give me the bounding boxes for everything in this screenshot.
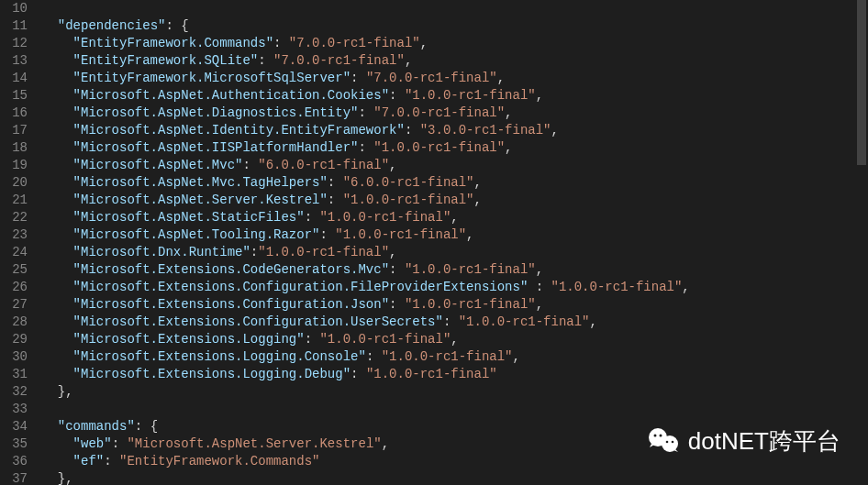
code-line[interactable]: "dependencies": { [42, 17, 868, 35]
code-line[interactable]: "Microsoft.AspNet.Tooling.Razor": "1.0.0… [42, 226, 868, 244]
token-string: "7.0.0-rc1-final" [366, 71, 497, 85]
code-line[interactable]: "EntityFramework.SQLite": "7.0.0-rc1-fin… [42, 52, 868, 70]
token-key: "Microsoft.AspNet.Server.Kestrel" [73, 193, 328, 207]
token-punctuation: , [536, 297, 543, 312]
token-punctuation: , [474, 193, 482, 207]
code-line[interactable]: "Microsoft.Extensions.CodeGenerators.Mvc… [42, 261, 868, 279]
code-line[interactable]: "Microsoft.Extensions.Logging.Console": … [42, 348, 868, 366]
code-line[interactable]: "Microsoft.AspNet.Authentication.Cookies… [42, 87, 868, 105]
svg-point-5 [672, 441, 674, 444]
token-punctuation: : [305, 332, 320, 347]
token-punctuation: , [505, 105, 512, 120]
token-punctuation: : [366, 349, 382, 364]
watermark-text: dotNET跨平台 [688, 433, 840, 450]
code-line[interactable]: "Microsoft.AspNet.StaticFiles": "1.0.0-r… [42, 209, 868, 226]
token-punctuation: : [351, 71, 366, 85]
code-line[interactable]: "Microsoft.Extensions.Configuration.User… [42, 314, 868, 331]
code-line[interactable] [42, 401, 868, 418]
token-key: "Microsoft.Extensions.Logging" [73, 332, 305, 347]
token-key: "dependencies" [58, 18, 166, 33]
code-line[interactable]: "Microsoft.AspNet.Server.Kestrel": "1.0.… [42, 192, 868, 209]
line-number: 22 [7, 209, 28, 226]
line-number: 21 [7, 192, 28, 209]
code-line[interactable]: }, [42, 470, 868, 485]
token-punctuation: , [420, 36, 428, 50]
code-line[interactable]: }, [42, 383, 868, 401]
token-key: "Microsoft.AspNet.StaticFiles" [73, 210, 305, 225]
code-line[interactable]: "Microsoft.AspNet.Mvc": "6.0.0-rc1-final… [42, 157, 868, 174]
token-punctuation: , [474, 175, 482, 190]
token-string: "7.0.0-rc1-final" [373, 105, 505, 120]
token-punctuation: , [536, 262, 543, 277]
token-key: "Microsoft.AspNet.Authentication.Cookies… [73, 88, 389, 103]
code-line[interactable] [42, 0, 868, 17]
token-string: "1.0.0-rc1-final" [319, 332, 451, 347]
token-key: "Microsoft.Extensions.Configuration.User… [73, 314, 443, 329]
token-key: "Microsoft.Extensions.Configuration.Json… [73, 297, 389, 312]
line-gutter: 1011121314151617181920212223242526272829… [0, 0, 39, 485]
token-string: "1.0.0-rc1-final" [382, 349, 513, 364]
token-key: "EntityFramework.SQLite" [73, 53, 259, 68]
token-string: "Microsoft.AspNet.Server.Kestrel" [127, 436, 381, 451]
token-punctuation: : [358, 140, 373, 155]
token-punctuation: : [351, 367, 366, 381]
token-key: "Microsoft.AspNet.Tooling.Razor" [73, 227, 320, 242]
token-punctuation: : [389, 88, 405, 103]
vertical-scrollbar[interactable] [855, 0, 868, 485]
svg-point-4 [666, 441, 669, 444]
token-key: "Microsoft.AspNet.IISPlatformHandler" [73, 140, 359, 155]
token-key: "Microsoft.Extensions.CodeGenerators.Mvc… [73, 262, 389, 277]
wechat-icon [646, 424, 681, 459]
token-punctuation: , [505, 140, 512, 155]
token-punctuation: : [389, 262, 405, 277]
token-string: "1.0.0-rc1-final" [258, 245, 389, 259]
code-line[interactable]: "Microsoft.AspNet.Diagnostics.Entity": "… [42, 105, 868, 122]
code-editor[interactable]: 1011121314151617181920212223242526272829… [0, 0, 868, 485]
token-punctuation: , [590, 314, 597, 329]
line-number: 36 [7, 453, 28, 470]
token-punctuation: , [536, 88, 543, 103]
line-number: 12 [7, 35, 28, 52]
line-number: 31 [7, 366, 28, 383]
code-line[interactable]: "Microsoft.Extensions.Configuration.File… [42, 279, 868, 296]
token-punctuation: , [389, 245, 396, 259]
token-punctuation: : [358, 105, 373, 120]
token-punctuation: }, [58, 471, 73, 485]
code-line[interactable]: "Microsoft.AspNet.Mvc.TagHelpers": "6.0.… [42, 174, 868, 192]
code-line[interactable]: "EntityFramework.MicrosoftSqlServer": "7… [42, 70, 868, 87]
token-string: "3.0.0-rc1-final" [420, 123, 551, 138]
token-key: "Microsoft.AspNet.Mvc" [73, 158, 243, 172]
token-punctuation: : [328, 193, 343, 207]
token-punctuation: : [528, 280, 551, 294]
token-key: "Microsoft.AspNet.Mvc.TagHelpers" [73, 175, 328, 190]
line-number: 30 [7, 348, 28, 366]
svg-point-2 [653, 435, 656, 437]
token-key: "Microsoft.AspNet.Diagnostics.Entity" [73, 105, 359, 120]
token-string: "1.0.0-rc1-final" [405, 297, 536, 312]
code-line[interactable]: "Microsoft.Dnx.Runtime":"1.0.0-rc1-final… [42, 244, 868, 261]
line-number: 17 [7, 122, 28, 139]
token-string: "6.0.0-rc1-final" [343, 175, 474, 190]
token-punctuation: , [389, 158, 396, 172]
code-line[interactable]: "EntityFramework.Commands": "7.0.0-rc1-f… [42, 35, 868, 52]
code-content[interactable]: "dependencies": { "EntityFramework.Comma… [39, 0, 868, 485]
code-line[interactable]: "Microsoft.AspNet.IISPlatformHandler": "… [42, 139, 868, 157]
token-string: "1.0.0-rc1-final" [366, 367, 497, 381]
token-punctuation: : [328, 175, 343, 190]
code-line[interactable]: "Microsoft.Extensions.Logging.Debug": "1… [42, 366, 868, 383]
line-number: 15 [7, 87, 28, 105]
token-punctuation: , [451, 210, 458, 225]
token-key: "Microsoft.AspNet.Identity.EntityFramewo… [73, 123, 405, 138]
code-line[interactable]: "Microsoft.Extensions.Configuration.Json… [42, 296, 868, 314]
scrollbar-thumb[interactable] [857, 0, 866, 165]
token-key: "Microsoft.Extensions.Configuration.File… [73, 280, 529, 294]
line-number: 23 [7, 226, 28, 244]
code-line[interactable]: "Microsoft.AspNet.Identity.EntityFramewo… [42, 122, 868, 139]
token-string: "1.0.0-rc1-final" [373, 140, 505, 155]
token-string: "1.0.0-rc1-final" [335, 227, 466, 242]
token-string: "7.0.0-rc1-final" [289, 36, 420, 50]
token-key: "web" [73, 436, 112, 451]
code-line[interactable]: "Microsoft.Extensions.Logging": "1.0.0-r… [42, 331, 868, 348]
token-string: "1.0.0-rc1-final" [551, 280, 683, 294]
svg-point-3 [659, 435, 662, 437]
